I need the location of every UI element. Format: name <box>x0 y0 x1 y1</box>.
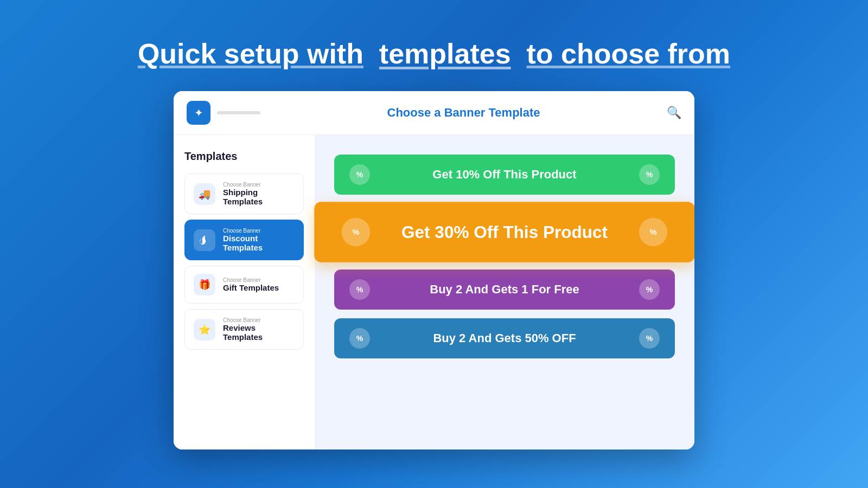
reviews-title: Reviews Templates <box>223 323 295 342</box>
discount-label: Choose Banner <box>223 228 295 234</box>
page-title: Quick setup with templates to choose fro… <box>138 38 730 69</box>
banner-orange-text: Get 30% Off This Product <box>370 222 639 242</box>
reviews-icon: ⭐ <box>194 319 215 341</box>
badge-right-green: % <box>639 164 660 185</box>
banner-purple[interactable]: % Buy 2 And Gets 1 For Free % <box>334 269 675 310</box>
banner-blue-text: Buy 2 And Gets 50% OFF <box>370 331 639 345</box>
banner-blue[interactable]: % Buy 2 And Gets 50% OFF % <box>334 318 675 358</box>
modal: ✦ Choose a Banner Template 🔍 Templates 🚚… <box>174 91 694 450</box>
title-part3: to choose from <box>527 38 731 69</box>
modal-title: Choose a Banner Template <box>260 106 667 120</box>
banner-purple-text: Buy 2 And Gets 1 For Free <box>370 282 639 297</box>
search-icon[interactable]: 🔍 <box>667 106 681 120</box>
sidebar-item-reviews[interactable]: ⭐ Choose Banner Reviews Templates <box>184 309 304 350</box>
banner-green-text: Get 10% Off This Product <box>370 168 639 182</box>
header-bar <box>217 111 260 114</box>
badge-right-orange: % <box>639 218 668 247</box>
discount-icon <box>194 229 215 251</box>
shipping-title: Shipping Templates <box>223 188 295 206</box>
banner-green[interactable]: % Get 10% Off This Product % <box>334 155 675 195</box>
badge-left-purple: % <box>349 279 370 300</box>
sidebar-item-gift[interactable]: 🎁 Choose Banner Gift Templates <box>184 266 304 304</box>
title-part2: templates <box>379 38 511 69</box>
app-icon: ✦ <box>187 101 210 125</box>
sidebar: Templates 🚚 Choose Banner Shipping Templ… <box>174 135 315 450</box>
gift-label: Choose Banner <box>223 277 279 283</box>
title-part1: Quick setup with <box>138 38 363 69</box>
sidebar-heading: Templates <box>184 150 304 163</box>
banner-orange[interactable]: % Get 30% Off This Product % <box>314 202 694 262</box>
badge-left-orange: % <box>342 218 371 247</box>
badge-right-purple: % <box>639 279 660 300</box>
badge-right-blue: % <box>639 328 660 349</box>
gift-title: Gift Templates <box>223 283 279 292</box>
shipping-label: Choose Banner <box>223 182 295 188</box>
gift-icon: 🎁 <box>194 274 215 296</box>
badge-left-blue: % <box>349 328 370 349</box>
modal-body: Templates 🚚 Choose Banner Shipping Templ… <box>174 135 694 450</box>
reviews-label: Choose Banner <box>223 317 295 323</box>
content-area: % Get 10% Off This Product % % Get 30% O… <box>315 135 694 450</box>
discount-title: Discount Templates <box>223 234 295 252</box>
sidebar-item-discount[interactable]: Choose Banner Discount Templates <box>184 220 304 260</box>
sidebar-item-shipping[interactable]: 🚚 Choose Banner Shipping Templates <box>184 174 304 214</box>
shipping-icon: 🚚 <box>194 183 215 205</box>
modal-header: ✦ Choose a Banner Template 🔍 <box>174 91 694 135</box>
header-left: ✦ <box>187 101 260 125</box>
badge-left-green: % <box>349 164 370 185</box>
